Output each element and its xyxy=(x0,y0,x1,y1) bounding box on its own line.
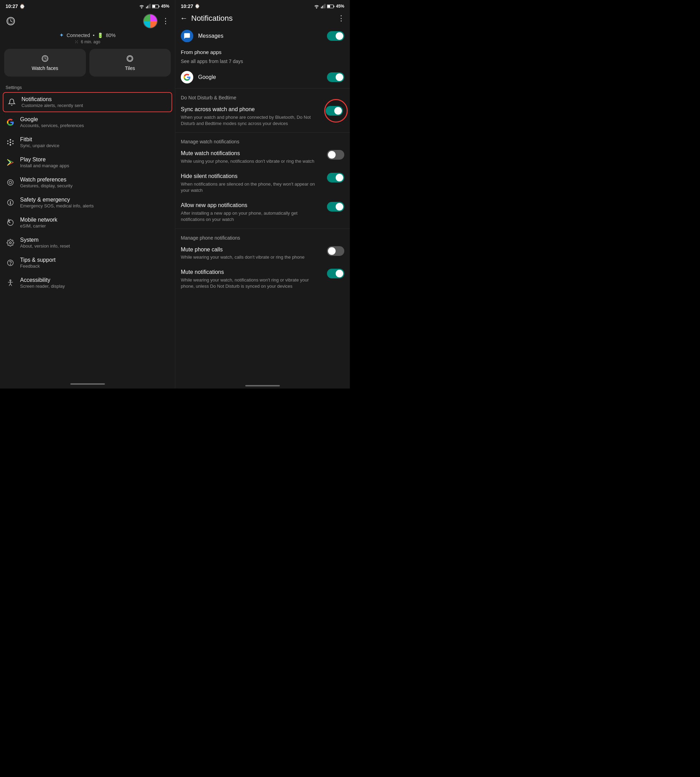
watch-preferences-title: Watch preferences xyxy=(20,176,169,183)
watch-face-icon xyxy=(41,54,49,63)
svg-rect-1 xyxy=(147,6,148,9)
mute-phone-calls-subtitle: While wearing your watch, calls don't vi… xyxy=(181,254,322,260)
right-more-menu[interactable]: ⋮ xyxy=(337,14,345,23)
watch-preferences-text: Watch preferences Gestures, display, sec… xyxy=(20,176,169,188)
hide-silent-toggle[interactable] xyxy=(327,173,344,183)
fitbit-subtitle: Sync, unpair device xyxy=(20,143,169,148)
allow-new-app-text: Allow new app notifications After instal… xyxy=(181,202,322,223)
system-title: System xyxy=(20,237,169,243)
settings-item-safety[interactable]: Safety & emergency Emergency SOS, medica… xyxy=(0,193,175,213)
sync-across-title: Sync across watch and phone xyxy=(181,106,321,113)
bottom-bar-right xyxy=(175,381,350,388)
messages-title: Messages xyxy=(198,33,322,39)
battery-percent-left: 45% xyxy=(161,4,169,9)
mute-phone-calls-toggle[interactable] xyxy=(327,246,344,256)
messages-notif-item[interactable]: Messages xyxy=(175,26,350,46)
notifications-title: Notifications xyxy=(22,96,168,103)
safety-text: Safety & emergency Emergency SOS, medica… xyxy=(20,197,169,208)
play-store-subtitle: Install and manage apps xyxy=(20,163,169,168)
settings-item-play-store[interactable]: Play Store Install and manage apps xyxy=(0,152,175,173)
avatar[interactable] xyxy=(143,14,158,28)
notifications-subtitle: Customize alerts, recently sent xyxy=(22,103,168,108)
settings-item-watch-preferences[interactable]: Watch preferences Gestures, display, sec… xyxy=(0,173,175,193)
messages-toggle-thumb xyxy=(336,32,343,40)
sync-across-item[interactable]: Sync across watch and phone When your wa… xyxy=(175,102,350,131)
mobile-network-icon xyxy=(5,218,15,228)
watch-preferences-subtitle: Gestures, display, security xyxy=(20,183,169,188)
time-right: 10:27 xyxy=(181,3,193,9)
status-bar-left: 10:27 ⌚ 45% xyxy=(0,0,175,11)
tiles-icon xyxy=(126,54,134,63)
settings-item-system[interactable]: System About, version info, reset xyxy=(0,233,175,253)
play-store-text: Play Store Install and manage apps xyxy=(20,156,169,168)
sync-toggle-wrapper xyxy=(326,106,344,116)
settings-item-accessibility[interactable]: Accessibility Screen reader, display xyxy=(0,273,175,293)
google-toggle[interactable] xyxy=(327,72,344,82)
mute-phone-calls-toggle-thumb xyxy=(328,247,336,255)
watch-faces-button[interactable]: Watch faces xyxy=(4,49,86,77)
svg-rect-36 xyxy=(321,7,322,8)
manage-phone-header: Manage phone notifications xyxy=(175,230,350,242)
svg-point-24 xyxy=(8,180,13,186)
watch-battery-label: 80% xyxy=(106,33,116,38)
fitbit-text: Fitbit Sync, unpair device xyxy=(20,136,169,148)
sync-toggle[interactable] xyxy=(326,106,343,116)
accessibility-icon xyxy=(5,278,15,288)
battery-icon-right xyxy=(327,4,335,9)
mute-watch-toggle-thumb xyxy=(328,151,336,158)
wifi-icon xyxy=(139,4,145,9)
svg-point-19 xyxy=(10,144,12,146)
mute-notifications-subtitle: While wearing your watch, notifications … xyxy=(181,277,322,290)
google-icon xyxy=(5,117,15,127)
svg-rect-37 xyxy=(322,6,323,9)
tips-title: Tips & support xyxy=(20,257,169,263)
messages-toggle[interactable] xyxy=(327,31,344,41)
notifications-text: Notifications Customize alerts, recently… xyxy=(22,96,168,108)
settings-item-fitbit[interactable]: Fitbit Sync, unpair device xyxy=(0,132,175,152)
more-menu-button[interactable]: ⋮ xyxy=(162,17,169,26)
hide-silent-item[interactable]: Hide silent notifications When notificat… xyxy=(175,169,350,198)
settings-item-notifications[interactable]: Notifications Customize alerts, recently… xyxy=(3,92,172,112)
svg-rect-38 xyxy=(323,5,324,8)
quick-actions: Watch faces Tiles xyxy=(0,49,175,82)
settings-list: Notifications Customize alerts, recently… xyxy=(0,92,175,381)
system-subtitle: About, version info, reset xyxy=(20,243,169,249)
svg-point-32 xyxy=(9,242,12,244)
settings-item-mobile-network[interactable]: Mobile network eSIM, carrier xyxy=(0,213,175,233)
tiles-button[interactable]: Tiles xyxy=(89,49,171,77)
mute-watch-subtitle: While using your phone, notifications do… xyxy=(181,158,322,165)
mute-watch-item[interactable]: Mute watch notifications While using you… xyxy=(175,146,350,169)
mobile-network-subtitle: eSIM, carrier xyxy=(20,223,169,228)
hide-silent-text: Hide silent notifications When notificat… xyxy=(181,173,322,193)
svg-point-22 xyxy=(12,141,14,142)
system-text: System About, version info, reset xyxy=(20,237,169,249)
safety-subtitle: Emergency SOS, medical info, alerts xyxy=(20,203,169,208)
watch-faces-label: Watch faces xyxy=(32,65,58,71)
battery-percent-right: 45% xyxy=(336,4,344,9)
mute-notifications-toggle[interactable] xyxy=(327,269,344,278)
see-all-label[interactable]: See all apps from last 7 days xyxy=(175,57,350,68)
allow-new-app-toggle[interactable] xyxy=(327,202,344,211)
settings-item-tips[interactable]: Tips & support Feedback xyxy=(0,253,175,273)
hide-silent-toggle-thumb xyxy=(336,174,343,181)
signal-icon-right xyxy=(321,4,326,9)
google-notif-item[interactable]: Google xyxy=(175,68,350,87)
mute-phone-calls-item[interactable]: Mute phone calls While wearing your watc… xyxy=(175,242,350,265)
allow-new-app-item[interactable]: Allow new app notifications After instal… xyxy=(175,198,350,227)
wifi-icon-right xyxy=(314,4,319,9)
allow-new-app-toggle-thumb xyxy=(336,203,343,211)
system-icon xyxy=(5,238,15,248)
mute-notifications-item[interactable]: Mute notifications While wearing your wa… xyxy=(175,265,350,294)
section-divider-2 xyxy=(175,132,350,133)
left-app-header: ⋮ xyxy=(0,11,175,30)
svg-point-18 xyxy=(10,141,12,143)
mute-watch-toggle[interactable] xyxy=(327,150,344,160)
mute-notifications-text: Mute notifications While wearing your wa… xyxy=(181,269,322,290)
back-button[interactable]: ← Notifications xyxy=(180,14,233,23)
settings-item-google[interactable]: Google Accounts, services, preferences xyxy=(0,112,175,132)
watch-status-icon: ⌚ xyxy=(19,4,25,9)
watch-icon-right: ⌚ xyxy=(195,4,200,9)
connection-status: ✦ Connected • 🔋 80% ⁙ 6 min. ago xyxy=(0,30,175,49)
svg-point-21 xyxy=(7,143,9,145)
right-panel-title: Notifications xyxy=(191,14,233,23)
